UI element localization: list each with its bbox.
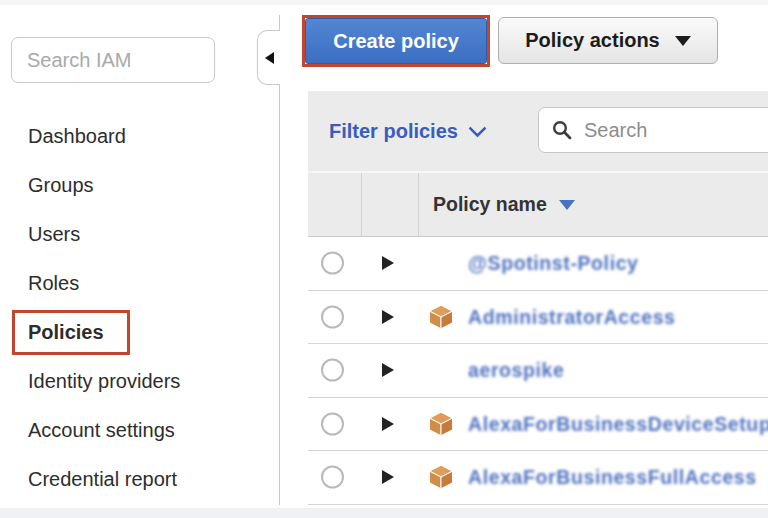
expand-row-icon[interactable] <box>382 417 394 431</box>
policy-name-link[interactable]: AlexaForBusinessFullAccess <box>468 466 757 489</box>
column-separator <box>361 173 362 236</box>
sidebar-item-label: Groups <box>28 174 94 197</box>
policy-search-input[interactable] <box>582 118 768 143</box>
sidebar-item-label: Roles <box>28 272 79 295</box>
triangle-left-icon <box>265 52 274 64</box>
policy-table-rows: @Spotinst-Policy AdministratorAccess aer… <box>308 237 768 505</box>
page-bottom-edge <box>0 508 768 518</box>
policy-row: AdministratorAccess <box>308 291 768 345</box>
sidebar-item-identity-providers[interactable]: Identity providers <box>0 357 278 406</box>
policy-select-radio[interactable] <box>321 359 344 382</box>
search-icon <box>552 120 572 140</box>
sidebar-item-dashboard[interactable]: Dashboard <box>0 112 278 161</box>
policy-row: AlexaForBusinessDeviceSetup <box>308 398 768 452</box>
sidebar-item-account-settings[interactable]: Account settings <box>0 406 278 455</box>
sidebar-item-label: Dashboard <box>28 125 126 148</box>
policy-name-link[interactable]: AlexaForBusinessDeviceSetup <box>468 412 768 435</box>
sidebar-item-label: Identity providers <box>28 370 180 393</box>
policy-search-box[interactable] <box>538 107 768 153</box>
policy-actions-button[interactable]: Policy actions <box>498 17 718 64</box>
aws-managed-policy-icon <box>428 304 454 330</box>
sidebar-item-users[interactable]: Users <box>0 210 278 259</box>
triangle-down-icon <box>675 36 691 46</box>
page-top-edge <box>0 0 768 5</box>
search-iam-input[interactable] <box>11 37 215 83</box>
column-separator <box>418 173 419 236</box>
table-header: Policy name <box>308 173 768 237</box>
sidebar-item-label: Policies <box>28 321 104 344</box>
policy-actions-label: Policy actions <box>525 29 660 52</box>
sidebar-item-policies[interactable]: Policies <box>0 308 278 357</box>
filter-bar: Filter policies <box>308 91 768 173</box>
expand-row-icon[interactable] <box>382 310 394 324</box>
policy-name-column-header[interactable]: Policy name <box>433 173 575 236</box>
expand-row-icon[interactable] <box>382 256 394 270</box>
policy-name-link[interactable]: aerospike <box>468 359 564 382</box>
sidebar-item-roles[interactable]: Roles <box>0 259 278 308</box>
sidebar-item-credential-report[interactable]: Credential report <box>0 455 278 504</box>
sidebar-item-label: Account settings <box>28 419 175 442</box>
policy-select-radio[interactable] <box>321 412 344 435</box>
sidebar-item-groups[interactable]: Groups <box>0 161 278 210</box>
policy-select-radio[interactable] <box>321 466 344 489</box>
annotation-box-create-policy: Create policy <box>302 15 490 67</box>
sidebar-nav: Dashboard Groups Users Roles Policies Id… <box>0 112 278 504</box>
policy-select-radio[interactable] <box>321 305 344 328</box>
policy-name-header-label: Policy name <box>433 193 547 216</box>
expand-row-icon[interactable] <box>382 363 394 377</box>
create-policy-button[interactable]: Create policy <box>305 18 487 64</box>
policy-name-link[interactable]: AdministratorAccess <box>468 305 676 328</box>
chevron-down-icon <box>468 119 486 137</box>
sidebar-item-label: Credential report <box>28 468 177 491</box>
aws-managed-policy-icon <box>428 464 454 490</box>
policy-select-radio[interactable] <box>321 252 344 275</box>
policy-row: aerospike <box>308 344 768 398</box>
sidebar-collapse-button[interactable] <box>257 30 280 85</box>
policy-row: @Spotinst-Policy <box>308 237 768 291</box>
sidebar-item-label: Users <box>28 223 80 246</box>
sidebar-divider <box>279 15 280 505</box>
filter-policies-dropdown[interactable]: Filter policies <box>329 91 484 171</box>
policy-row: AlexaForBusinessFullAccess <box>308 451 768 505</box>
aws-managed-policy-icon <box>428 411 454 437</box>
filter-policies-label: Filter policies <box>329 120 458 143</box>
expand-row-icon[interactable] <box>382 470 394 484</box>
sort-descending-icon <box>559 200 575 210</box>
policy-name-link[interactable]: @Spotinst-Policy <box>468 252 639 275</box>
